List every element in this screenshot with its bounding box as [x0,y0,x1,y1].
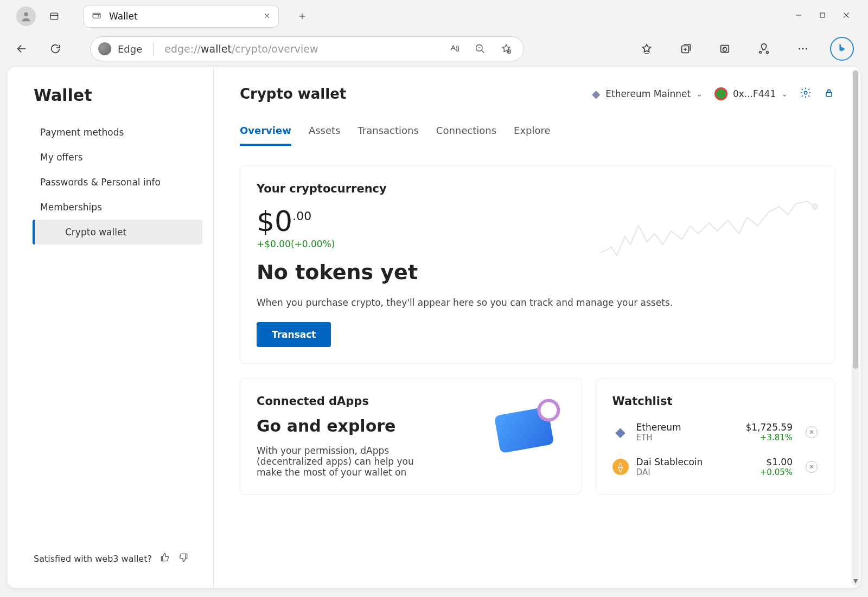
dapps-heading: Go and explore [257,416,483,435]
svg-point-28 [799,48,800,50]
sidebar-item-my-offers[interactable]: My offers [8,145,213,170]
coin-name: Ethereum [636,422,681,433]
tab-actions-button[interactable] [42,4,66,28]
bing-chat-button[interactable] [830,37,854,61]
svg-line-15 [482,50,484,53]
sidebar-title: Wallet [8,86,213,120]
svg-point-0 [24,12,28,16]
crypto-tabs: Overview Assets Transactions Connections… [240,125,834,146]
account-label: 0x...F441 [733,88,776,99]
lock-button[interactable] [824,87,834,101]
collections-button[interactable] [674,37,698,61]
coin-change: +3.81% [745,433,793,442]
network-label: Ethereum Mainnet [605,88,691,99]
tab-connections[interactable]: Connections [436,125,496,146]
watchlist-item[interactable]: ⟠ Dai Stablecoin DAI $1.00 +0.05% ✕ [612,457,818,477]
content-shell: Wallet Payment methods My offers Passwor… [8,67,860,588]
svg-rect-10 [820,13,825,17]
more-button[interactable] [791,37,815,61]
svg-rect-1 [50,13,58,20]
dapps-section-title: Connected dApps [257,395,483,408]
sidebar-item-memberships[interactable]: Memberships [8,195,213,220]
remove-watchlist-button[interactable]: ✕ [806,461,818,473]
account-selector[interactable]: 0x...F441 ⌄ [714,87,788,100]
portfolio-amount-decimals: .00 [292,209,311,223]
favorite-add-icon[interactable] [496,39,516,59]
dapps-description: With your permission, dApps (decentraliz… [257,445,419,478]
tab-assets[interactable]: Assets [309,125,341,146]
account-avatar-icon [714,87,727,100]
empty-heading: No tokens yet [257,260,818,284]
chevron-down-icon: ⌄ [781,89,788,98]
svg-point-4 [98,16,99,17]
browser-tab[interactable]: Wallet [84,5,279,28]
window-minimize-button[interactable] [794,11,803,22]
browser-essentials-button[interactable] [752,37,776,61]
zoom-out-icon[interactable] [470,39,490,59]
chevron-down-icon: ⌄ [696,89,703,98]
new-tab-button[interactable] [291,5,314,28]
wallet-icon [92,10,101,22]
remove-watchlist-button[interactable]: ✕ [806,426,818,438]
portfolio-amount: $0 [257,205,292,237]
dai-coin-icon: ⟠ [612,459,629,475]
window-close-button[interactable] [842,11,851,22]
svg-point-30 [806,48,807,50]
wallet-link-icon [494,407,554,453]
svg-point-33 [812,204,818,209]
feedback-row: Satisfied with web3 wallet? [8,552,213,577]
edge-logo-icon [98,42,111,55]
svg-rect-32 [826,92,832,97]
refresh-button[interactable] [43,37,67,61]
main-content: Crypto wallet ◆ Ethereum Mainnet ⌄ 0x...… [214,67,860,588]
vertical-scrollbar[interactable]: ▲ ▼ [852,69,859,586]
ethereum-coin-icon: ◆ [612,424,629,440]
coin-name: Dai Stablecoin [636,457,703,467]
portfolio-card: Your cryptocurrency $0 .00 +$0.00(+0.00%… [240,165,834,364]
tab-explore[interactable]: Explore [514,125,551,146]
tab-overview[interactable]: Overview [240,125,291,146]
coin-symbol: DAI [636,467,703,477]
ie-mode-button[interactable] [713,37,737,61]
tab-title: Wallet [109,11,256,22]
tab-transactions[interactable]: Transactions [358,125,418,146]
ethereum-icon: ◆ [592,87,600,100]
svg-point-29 [802,48,804,50]
browser-toolbar: Edge edge://wallet/crypto/overview [0,33,868,65]
watchlist-card: Watchlist ◆ Ethereum ETH $1,725.59 +3.81… [596,378,834,495]
browser-titlebar: Wallet [0,0,868,33]
scrollbar-thumb[interactable] [853,70,858,369]
url-text: edge://wallet/crypto/overview [164,43,318,55]
edge-label: Edge [118,43,142,55]
scroll-down-arrow[interactable]: ▼ [852,577,859,585]
sidebar-item-payment-methods[interactable]: Payment methods [8,120,213,145]
network-selector[interactable]: ◆ Ethereum Mainnet ⌄ [592,87,703,100]
main-header: Crypto wallet ◆ Ethereum Mainnet ⌄ 0x...… [240,86,834,102]
sparkline-chart [601,193,818,264]
favorites-button[interactable] [635,37,659,61]
thumbs-down-button[interactable] [178,552,189,565]
address-bar[interactable]: Edge edge://wallet/crypto/overview [90,36,524,61]
watchlist-item[interactable]: ◆ Ethereum ETH $1,725.59 +3.81% ✕ [612,422,818,442]
watchlist-section-title: Watchlist [612,395,818,408]
coin-change: +0.05% [760,467,793,477]
address-divider [153,42,154,55]
back-button[interactable] [10,37,34,61]
coin-price: $1.00 [760,457,793,467]
window-maximize-button[interactable] [818,11,827,22]
sidebar-item-crypto-wallet[interactable]: Crypto wallet [33,220,202,245]
coin-price: $1,725.59 [745,422,793,433]
page-title: Crypto wallet [240,86,346,102]
sidebar-item-passwords[interactable]: Passwords & Personal info [8,170,213,195]
svg-point-31 [804,91,807,94]
coin-symbol: ETH [636,433,681,442]
profile-avatar[interactable] [16,7,36,26]
settings-button[interactable] [800,87,812,101]
dapps-illustration [483,395,565,478]
connected-dapps-card: Connected dApps Go and explore With your… [240,378,582,495]
transact-button[interactable]: Transact [257,322,331,347]
tab-close-button[interactable] [263,11,271,22]
thumbs-up-button[interactable] [159,552,170,565]
read-aloud-icon[interactable] [444,39,464,59]
wallet-sidebar: Wallet Payment methods My offers Passwor… [8,67,214,588]
